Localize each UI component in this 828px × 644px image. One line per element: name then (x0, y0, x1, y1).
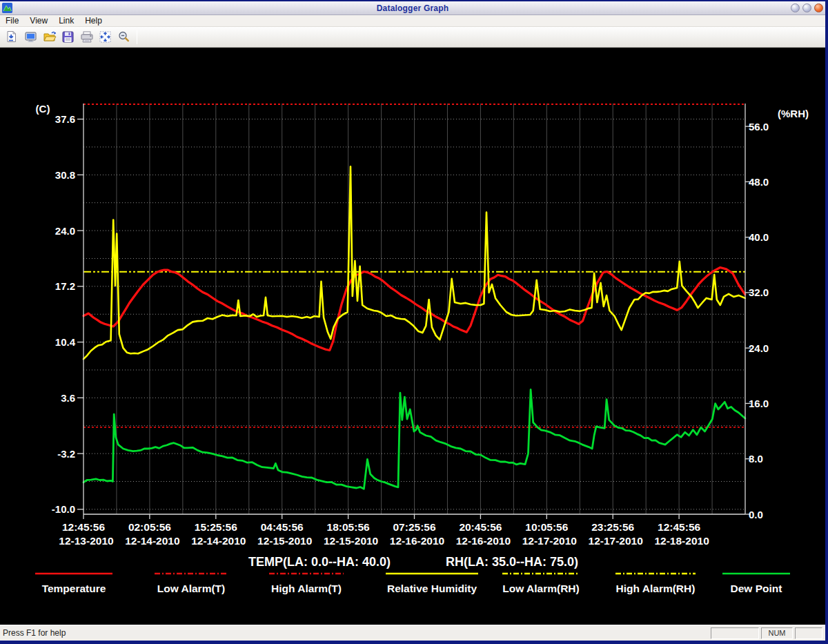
legend-label: Dew Point (731, 583, 782, 594)
x-axis-date-label: 12-16-2010 (390, 535, 444, 547)
window-title: Datalogger Graph (0, 3, 825, 13)
right-axis-unit-label: (%RH) (778, 108, 809, 119)
temp-alarm-caption: TEMP(LA: 0.0--HA: 40.0) (248, 555, 391, 569)
chart-plot[interactable]: 37.630.824.017.210.43.6-3.2-10.0(C)56.04… (0, 48, 825, 625)
x-axis-time-label: 18:05:56 (327, 521, 370, 533)
toolbar (0, 27, 825, 48)
zoom-out-button[interactable] (115, 28, 133, 46)
legend-label: Temperature (42, 583, 106, 594)
status-num-lock-indicator: NUM (761, 627, 793, 639)
open-folder-icon (43, 30, 57, 43)
save-icon (61, 30, 75, 43)
monitor-icon (24, 30, 37, 43)
legend-label: Low Alarm(RH) (502, 583, 579, 594)
status-bar: Press F1 for help NUM (0, 625, 825, 641)
realtime-monitor-button[interactable] (21, 28, 40, 46)
open-file-button[interactable] (40, 28, 59, 46)
right-axis-tick-label: 0.0 (749, 509, 763, 520)
print-button[interactable] (77, 28, 96, 46)
right-axis-tick-label: 16.0 (749, 398, 769, 409)
x-axis-date-label: 12-14-2010 (125, 535, 179, 547)
x-axis-time-label: 20:45:56 (459, 521, 502, 533)
close-button[interactable] (814, 3, 823, 12)
x-axis-time-label: 04:45:56 (261, 521, 304, 533)
left-axis-tick-label: 3.6 (61, 392, 75, 404)
left-axis-tick-label: 30.8 (55, 169, 75, 181)
maximize-button[interactable] (802, 3, 811, 12)
status-help-text: Press F1 for help (3, 628, 709, 638)
status-cell-empty-2 (795, 627, 822, 639)
left-axis-tick-label: -10.0 (52, 503, 75, 515)
legend-label: High Alarm(RH) (616, 583, 696, 594)
menu-view[interactable]: View (24, 15, 53, 27)
menu-file[interactable]: File (0, 15, 24, 27)
legend-label: Relative Humidity (387, 583, 477, 594)
x-axis-date-label: 12-15-2010 (257, 535, 312, 547)
title-bar: Datalogger Graph (0, 1, 825, 15)
minimize-button[interactable] (791, 3, 800, 12)
toolbar-separator (137, 30, 137, 44)
x-axis-date-label: 12-13-2010 (59, 535, 113, 547)
right-axis-tick-label: 48.0 (749, 176, 769, 188)
left-axis-tick-label: 37.6 (55, 113, 75, 125)
datalogger-graph-window: Datalogger Graph File View Link Help (0, 0, 828, 644)
x-axis-date-label: 12-14-2010 (191, 535, 246, 547)
left-axis-tick-label: 24.0 (55, 225, 75, 237)
status-cell-empty-1 (711, 627, 759, 639)
chart-area: 37.630.824.017.210.43.6-3.2-10.0(C)56.04… (0, 48, 825, 625)
download-data-button[interactable] (3, 28, 21, 46)
left-axis-tick-label: 10.4 (55, 336, 76, 348)
right-axis-tick-label: 32.0 (749, 286, 769, 298)
right-axis-tick-label: 56.0 (749, 121, 769, 133)
legend-label: Low Alarm(T) (157, 583, 225, 594)
menu-bar: File View Link Help (0, 15, 825, 27)
x-axis-date-label: 12-17-2010 (522, 535, 577, 547)
x-axis-time-label: 10:05:56 (525, 521, 568, 533)
print-icon (80, 30, 94, 43)
rh-alarm-caption: RH(LA: 35.0--HA: 75.0) (446, 555, 578, 569)
x-axis-date-label: 12-18-2010 (654, 535, 709, 547)
left-axis-unit-label: (C) (36, 103, 50, 115)
x-axis-time-label: 07:25:56 (393, 521, 435, 533)
x-axis-time-label: 23:25:56 (591, 521, 634, 533)
x-axis-date-label: 12-17-2010 (589, 535, 643, 547)
x-axis-time-label: 02:05:56 (128, 521, 171, 533)
left-axis-tick-label: -3.2 (57, 448, 75, 460)
legend-label: High Alarm(T) (271, 583, 342, 594)
x-axis-date-label: 12-16-2010 (456, 535, 511, 547)
x-axis-time-label: 12:45:56 (658, 521, 700, 533)
download-data-icon (6, 30, 19, 43)
right-axis-tick-label: 8.0 (749, 453, 763, 465)
x-axis-date-label: 12-15-2010 (324, 535, 378, 547)
zoom-out-icon (117, 30, 130, 43)
zoom-fit-icon (99, 30, 112, 43)
right-axis-tick-label: 24.0 (749, 342, 769, 354)
left-axis-tick-label: 17.2 (55, 280, 75, 292)
save-button[interactable] (59, 28, 77, 46)
menu-help[interactable]: Help (79, 15, 108, 27)
x-axis-time-label: 12:45:56 (62, 521, 105, 533)
x-axis-time-label: 15:25:56 (195, 521, 237, 533)
zoom-fit-button[interactable] (96, 28, 115, 46)
menu-link[interactable]: Link (53, 15, 79, 27)
right-axis-tick-label: 40.0 (749, 231, 769, 243)
